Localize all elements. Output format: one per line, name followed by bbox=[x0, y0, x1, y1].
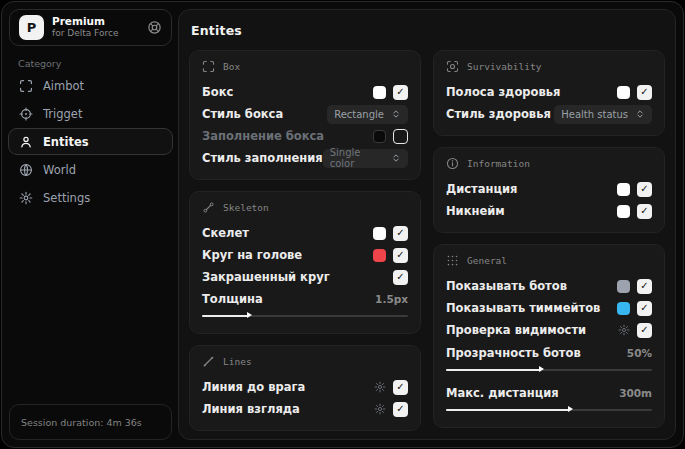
color-swatch-red[interactable] bbox=[373, 249, 386, 262]
setting-label: Стиль бокса bbox=[202, 107, 283, 121]
color-swatch-blue[interactable] bbox=[617, 302, 630, 315]
select-value: Single color bbox=[330, 147, 384, 169]
line-icon bbox=[202, 355, 215, 368]
setting-row-show-bots: Показывать ботов ✓ bbox=[446, 275, 652, 297]
scan-circle-icon bbox=[446, 60, 459, 73]
setting-label: Скелет bbox=[202, 226, 249, 240]
checkbox-checked[interactable]: ✓ bbox=[393, 248, 408, 263]
sidebar-item-entites[interactable]: Entites bbox=[8, 128, 173, 155]
max-distance-slider-group: Макс. дистанция 300m bbox=[446, 382, 652, 414]
line-settings-gear-icon[interactable] bbox=[374, 403, 386, 415]
setting-row-max-distance: Макс. дистанция 300m bbox=[446, 382, 652, 403]
bone-icon bbox=[202, 201, 215, 214]
check-icon: ✓ bbox=[396, 272, 404, 282]
setting-row-fill-style: Стиль заполнения Single color bbox=[202, 147, 408, 169]
setting-label: Прозрачность ботов bbox=[446, 346, 581, 360]
slider-value: 300m bbox=[619, 387, 652, 399]
color-swatch-white[interactable] bbox=[617, 86, 630, 99]
support-icon[interactable] bbox=[147, 20, 162, 35]
globe-icon bbox=[19, 163, 33, 177]
color-swatch-gray[interactable] bbox=[617, 280, 630, 293]
setting-row-nickname: Никнейм ✓ bbox=[446, 200, 652, 222]
panel-title: Skeleton bbox=[223, 202, 269, 213]
line-settings-gear-icon[interactable] bbox=[374, 381, 386, 393]
visibility-settings-gear-icon[interactable] bbox=[618, 324, 630, 336]
sidebar-item-label: Trigget bbox=[43, 107, 82, 121]
setting-row-distance: Дистанция ✓ bbox=[446, 178, 652, 200]
health-style-select[interactable]: Health status bbox=[554, 105, 652, 124]
thickness-slider[interactable] bbox=[202, 311, 408, 320]
session-duration-text: Session duration: 4m 36s bbox=[21, 417, 142, 428]
setting-label: Бокс bbox=[202, 85, 233, 99]
checkbox-checked[interactable]: ✓ bbox=[393, 85, 408, 100]
sidebar: P Premium for Delta Force Category Aimbo… bbox=[2, 2, 178, 447]
checkbox-checked[interactable]: ✓ bbox=[637, 204, 652, 219]
slider-fill bbox=[446, 409, 570, 411]
setting-row-filled-circle: Закрашенный круг ✓ bbox=[202, 266, 408, 288]
check-icon: ✓ bbox=[640, 184, 648, 194]
checkbox-checked[interactable]: ✓ bbox=[637, 301, 652, 316]
panel-title: Information bbox=[467, 158, 530, 169]
sidebar-item-label: World bbox=[43, 163, 76, 177]
checkbox-checked[interactable]: ✓ bbox=[393, 226, 408, 241]
check-icon: ✓ bbox=[640, 281, 648, 291]
sidebar-item-world[interactable]: World bbox=[8, 156, 173, 183]
setting-label: Проверка видимости bbox=[446, 323, 586, 337]
sidebar-item-aimbot[interactable]: Aimbot bbox=[8, 72, 173, 99]
checkbox-checked[interactable]: ✓ bbox=[393, 380, 408, 395]
setting-label: Никнейм bbox=[446, 204, 505, 218]
panel-lines: Lines Линия до врага ✓ Линия взгляда bbox=[189, 345, 421, 431]
color-swatch-white[interactable] bbox=[617, 183, 630, 196]
checkbox-checked[interactable]: ✓ bbox=[393, 270, 408, 285]
panel-title: Box bbox=[223, 61, 240, 72]
crosshair-icon bbox=[19, 107, 33, 121]
grid-icon bbox=[446, 254, 459, 267]
setting-label: Показывать ботов bbox=[446, 279, 567, 293]
bot-opacity-slider[interactable] bbox=[446, 365, 652, 374]
check-icon: ✓ bbox=[396, 87, 404, 97]
setting-label: Линия взгляда bbox=[202, 402, 300, 416]
main-content: Entites Box Бокс ✓ bbox=[178, 9, 676, 440]
checkbox-checked[interactable]: ✓ bbox=[637, 85, 652, 100]
checkbox-checked[interactable]: ✓ bbox=[393, 402, 408, 417]
chevrons-up-down-icon bbox=[635, 109, 645, 119]
app-logo: P bbox=[19, 15, 44, 40]
sidebar-item-label: Entites bbox=[43, 135, 89, 149]
check-icon: ✓ bbox=[396, 382, 404, 392]
checkbox-checked[interactable]: ✓ bbox=[637, 182, 652, 197]
aimbot-icon bbox=[19, 79, 33, 93]
select-value: Rectangle bbox=[334, 109, 384, 120]
checkbox-checked[interactable]: ✓ bbox=[637, 279, 652, 294]
color-swatch-black[interactable] bbox=[373, 130, 386, 143]
slider-value: 50% bbox=[627, 347, 652, 359]
max-distance-slider[interactable] bbox=[446, 405, 652, 414]
setting-row-box-fill: Заполнение бокса bbox=[202, 125, 408, 147]
color-swatch-white[interactable] bbox=[617, 205, 630, 218]
setting-row-head-circle: Круг на голове ✓ bbox=[202, 244, 408, 266]
info-icon bbox=[446, 157, 459, 170]
setting-row-visibility-check: Проверка видимости ✓ bbox=[446, 319, 652, 341]
color-swatch-white[interactable] bbox=[373, 86, 386, 99]
color-swatch-white[interactable] bbox=[373, 227, 386, 240]
box-style-select[interactable]: Rectangle bbox=[327, 105, 408, 124]
checkbox-checked[interactable]: ✓ bbox=[637, 323, 652, 338]
thickness-slider-group: Толщина 1.5px bbox=[202, 289, 408, 320]
right-column: Survivability Полоса здоровья ✓ Стиль зд… bbox=[433, 50, 665, 431]
setting-label: Закрашенный круг bbox=[202, 270, 330, 284]
setting-label: Толщина bbox=[202, 292, 263, 306]
fill-style-select[interactable]: Single color bbox=[323, 149, 408, 168]
setting-label: Стиль здоровья bbox=[446, 107, 551, 121]
category-label: Category bbox=[18, 58, 61, 69]
sidebar-item-settings[interactable]: Settings bbox=[8, 184, 173, 211]
check-icon: ✓ bbox=[396, 404, 404, 414]
check-icon: ✓ bbox=[396, 250, 404, 260]
panel-information: Information Дистанция ✓ Никнейм ✓ bbox=[433, 147, 665, 233]
checkbox-unchecked[interactable] bbox=[393, 129, 408, 144]
box-icon bbox=[202, 60, 215, 73]
panel-survivability: Survivability Полоса здоровья ✓ Стиль зд… bbox=[433, 50, 665, 136]
check-icon: ✓ bbox=[640, 325, 648, 335]
sidebar-item-trigget[interactable]: Trigget bbox=[8, 100, 173, 127]
select-value: Health status bbox=[561, 109, 628, 120]
setting-label: Полоса здоровья bbox=[446, 85, 560, 99]
check-icon: ✓ bbox=[396, 228, 404, 238]
